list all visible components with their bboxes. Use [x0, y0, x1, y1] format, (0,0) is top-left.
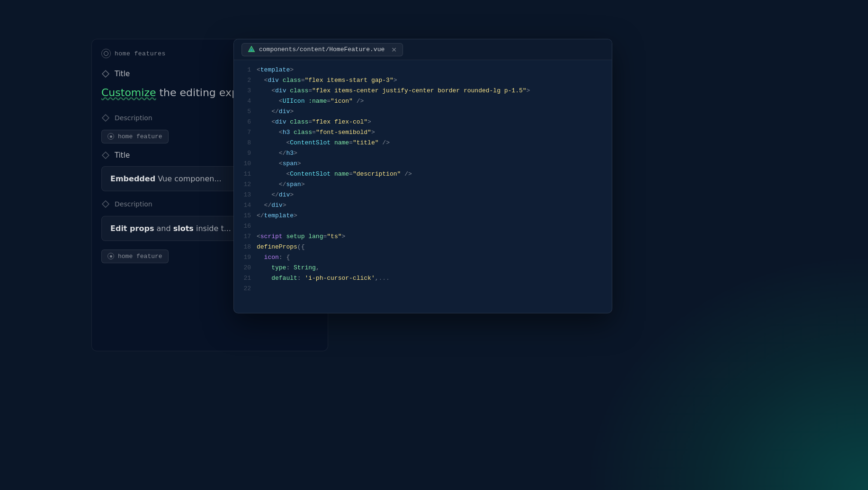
component-badge-1: home feature	[101, 130, 169, 143]
breadcrumb-text: home features	[115, 50, 166, 57]
card-2-and: and	[157, 224, 173, 233]
line-num-11: 11	[242, 169, 251, 179]
diamond-icon-1	[101, 70, 110, 78]
code-panel-header: components/content/HomeFeature.vue ✕	[234, 39, 612, 60]
badge-dot-1	[107, 133, 114, 140]
line-num-12: 12	[242, 179, 251, 190]
description-label-text-2: Description	[115, 200, 152, 208]
line-num-1: 1	[242, 65, 251, 75]
title-section-label: Title	[115, 70, 130, 78]
line-num-21: 21	[242, 273, 251, 284]
line-num-17: 17	[242, 232, 251, 242]
code-line-11: <ContentSlot name="description" />	[257, 169, 602, 179]
code-line-18: defineProps({	[257, 242, 602, 252]
code-line-16	[257, 221, 602, 232]
code-line-1: <template>	[257, 65, 602, 75]
code-line-5: </div>	[257, 107, 602, 117]
line-num-16: 16	[242, 221, 251, 232]
diamond-icon-2	[101, 114, 110, 122]
line-num-7: 7	[242, 127, 251, 138]
line-num-14: 14	[242, 200, 251, 211]
card-2-end: inside t...	[196, 224, 231, 233]
badge-dot-2	[107, 253, 114, 259]
line-num-8: 8	[242, 138, 251, 148]
line-num-2: 2	[242, 75, 251, 86]
code-line-8: <ContentSlot name="title" />	[257, 138, 602, 148]
title-section-2-label: Title	[115, 151, 130, 160]
code-line-9: </h3>	[257, 148, 602, 159]
code-line-4: <UIIcon :name="icon" />	[257, 96, 602, 107]
code-content: <template> <div class="flex items-start …	[257, 65, 612, 308]
card-1-bold: Embedded	[110, 174, 155, 183]
code-line-10: <span>	[257, 159, 602, 169]
badge-text-1: home feature	[118, 133, 162, 140]
code-line-22	[257, 284, 602, 294]
main-container: home features Title ▾ Customize the edit…	[91, 39, 612, 361]
code-line-12: </span>	[257, 179, 602, 190]
card-2-bold: Edit props	[110, 224, 154, 233]
code-editor-panel: components/content/HomeFeature.vue ✕ 1 2…	[233, 39, 612, 313]
file-tab-name: components/content/HomeFeature.vue	[259, 46, 385, 53]
code-line-20: type: String,	[257, 263, 602, 273]
title-label-row: Title	[101, 70, 130, 78]
code-body: 1 2 3 4 5 6 7 8 9 10 11 12 13 14 15 16 1…	[234, 60, 612, 313]
code-line-3: <div class="flex items-center justify-ce…	[257, 86, 602, 96]
line-num-19: 19	[242, 252, 251, 263]
line-num-3: 3	[242, 86, 251, 96]
breadcrumb-icon	[101, 49, 111, 58]
background-glow	[584, 253, 868, 490]
file-tab[interactable]: components/content/HomeFeature.vue ✕	[242, 43, 403, 56]
line-num-15: 15	[242, 211, 251, 221]
line-num-22: 22	[242, 284, 251, 294]
card-2-code: slots	[173, 224, 194, 233]
badge-text-2: home feature	[118, 253, 162, 260]
vue-icon	[248, 46, 255, 53]
card-1-rest: Vue componen...	[158, 174, 221, 183]
code-line-6: <div class="flex flex-col">	[257, 117, 602, 127]
customize-highlight: Customize	[101, 87, 156, 98]
close-tab-button[interactable]: ✕	[391, 46, 397, 53]
line-num-9: 9	[242, 148, 251, 159]
line-num-13: 13	[242, 190, 251, 200]
code-line-2: <div class="flex items-start gap-3">	[257, 75, 602, 86]
component-badge-2: home feature	[101, 249, 169, 263]
line-num-10: 10	[242, 159, 251, 169]
line-numbers: 1 2 3 4 5 6 7 8 9 10 11 12 13 14 15 16 1…	[234, 65, 257, 308]
description-label-text-1: Description	[115, 114, 152, 122]
code-line-7: <h3 class="font-semibold">	[257, 127, 602, 138]
diamond-icon-3	[101, 151, 110, 160]
line-num-18: 18	[242, 242, 251, 252]
code-line-15: </template>	[257, 211, 602, 221]
code-line-21: default: 'i-ph-cursor-click',...	[257, 273, 602, 284]
diamond-icon-4	[101, 200, 110, 208]
line-num-20: 20	[242, 263, 251, 273]
code-line-13: </div>	[257, 190, 602, 200]
code-line-14: </div>	[257, 200, 602, 211]
line-num-4: 4	[242, 96, 251, 107]
line-num-6: 6	[242, 117, 251, 127]
code-line-19: icon: {	[257, 252, 602, 263]
code-line-17: <script setup lang="ts">	[257, 232, 602, 242]
line-num-5: 5	[242, 107, 251, 117]
